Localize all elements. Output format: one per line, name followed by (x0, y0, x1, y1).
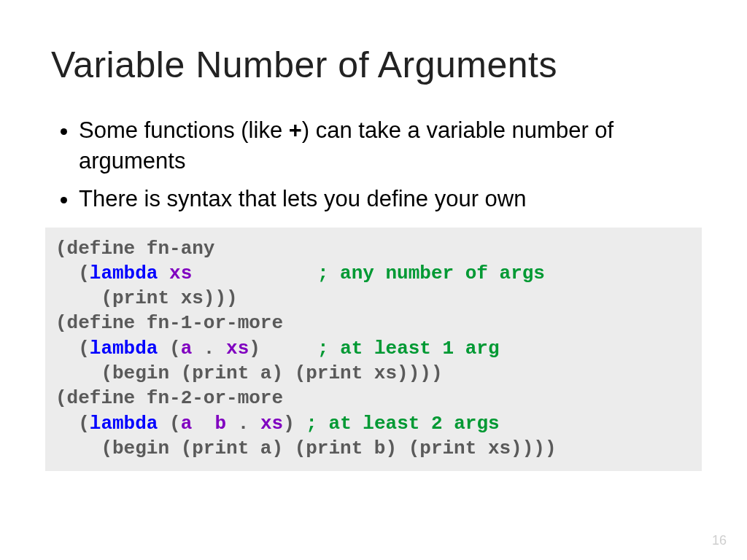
code-l8b: ( (158, 413, 180, 435)
code-l8-a: a (181, 413, 193, 435)
code-l5-cmt: ; at least 1 arg (317, 338, 500, 359)
code-l8-b: b (214, 413, 226, 435)
code-l1: (define fn-any (55, 238, 214, 260)
code-l2b (158, 262, 169, 284)
code-l5-lambda: lambda (90, 338, 158, 359)
bullet-1-bold: + (289, 117, 302, 143)
bullet-item-2: There is syntax that lets you define you… (79, 184, 696, 214)
code-l2-lambda: lambda (90, 262, 158, 284)
code-l8-lambda: lambda (90, 413, 158, 435)
page-number: 16 (712, 533, 727, 548)
code-l8a: ( (55, 413, 90, 435)
code-l2a: ( (55, 262, 90, 284)
code-l8e: ) (283, 413, 306, 435)
code-l5-xs: xs (226, 338, 249, 359)
code-l8-xs: xs (260, 413, 283, 435)
code-l2-cmt: ; any number of args (317, 262, 545, 284)
code-l5b: ( (158, 338, 180, 359)
code-l5-a: a (181, 338, 193, 359)
code-l6: (begin (print a) (print xs)))) (55, 362, 443, 384)
bullet-item-1: Some functions (like +) can take a varia… (79, 115, 696, 176)
code-l8-cmt: ; at least 2 args (306, 413, 499, 435)
code-l2-xs: xs (169, 262, 192, 284)
slide: Variable Number of Arguments Some functi… (0, 0, 747, 560)
bullet-list: Some functions (like +) can take a varia… (51, 115, 696, 214)
code-l8d: . (226, 413, 260, 435)
code-block: (define fn-any (lambda xs ; any number o… (45, 228, 702, 472)
slide-title: Variable Number of Arguments (51, 44, 696, 86)
bullet-1-pre: Some functions (like (79, 117, 289, 143)
code-l3: (print xs))) (55, 287, 238, 309)
code-l5a: ( (55, 338, 90, 359)
code-l9: (begin (print a) (print b) (print xs)))) (55, 438, 557, 459)
code-l8c (192, 413, 214, 435)
code-l5c: . (192, 338, 226, 359)
code-l7: (define fn-2-or-more (55, 387, 283, 409)
code-l5d: ) (249, 338, 260, 359)
code-l5-pad (260, 338, 317, 359)
code-l4: (define fn-1-or-more (55, 312, 283, 334)
code-l2-pad (192, 262, 317, 284)
